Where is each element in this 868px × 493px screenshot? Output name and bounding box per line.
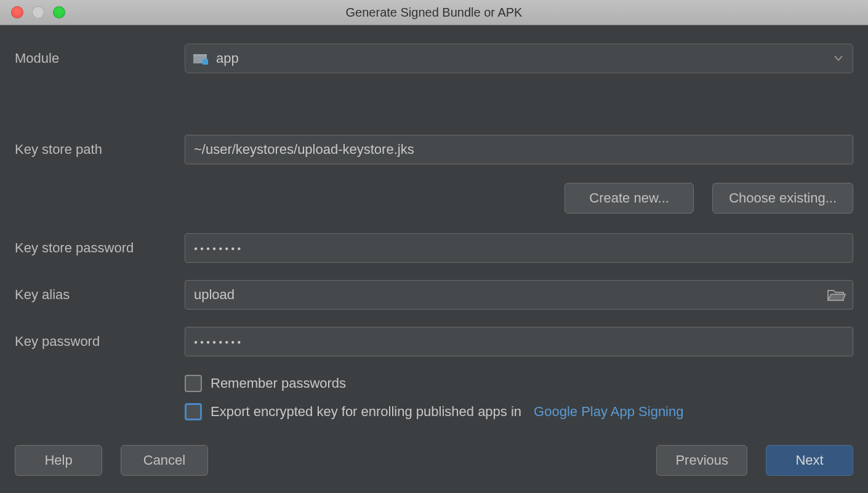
key-alias-label: Key alias bbox=[15, 287, 185, 303]
export-encrypted-label: Export encrypted key for enrolling publi… bbox=[211, 404, 521, 420]
next-button[interactable]: Next bbox=[766, 445, 853, 476]
svg-rect-1 bbox=[203, 59, 208, 65]
module-label: Module bbox=[15, 50, 185, 66]
key-alias-input[interactable] bbox=[185, 280, 853, 310]
previous-button[interactable]: Previous bbox=[656, 445, 747, 476]
export-encrypted-row: Export encrypted key for enrolling publi… bbox=[185, 403, 853, 420]
row-key-password: Key password ●●●●●●●● bbox=[15, 327, 853, 356]
maximize-window-button[interactable] bbox=[53, 6, 65, 18]
remember-passwords-row: Remember passwords bbox=[185, 375, 853, 392]
key-password-input[interactable]: ●●●●●●●● bbox=[185, 327, 853, 356]
module-select[interactable]: app bbox=[185, 44, 853, 73]
create-new-button[interactable]: Create new... bbox=[565, 183, 694, 214]
row-key-alias: Key alias bbox=[15, 280, 853, 310]
keystore-password-label: Key store password bbox=[15, 240, 185, 256]
minimize-window-button[interactable] bbox=[32, 6, 44, 18]
keystore-path-label: Key store path bbox=[15, 142, 185, 158]
svg-rect-0 bbox=[193, 54, 207, 56]
open-folder-icon[interactable] bbox=[827, 288, 846, 302]
row-keystore-buttons: Create new... Choose existing... bbox=[15, 183, 853, 214]
module-icon bbox=[193, 51, 210, 66]
keystore-path-input[interactable] bbox=[185, 135, 853, 164]
close-window-button[interactable] bbox=[11, 6, 23, 18]
choose-existing-button[interactable]: Choose existing... bbox=[712, 183, 853, 214]
window-title: Generate Signed Bundle or APK bbox=[0, 6, 868, 20]
row-keystore-path: Key store path bbox=[15, 135, 853, 164]
remember-passwords-label: Remember passwords bbox=[211, 375, 346, 391]
google-play-app-signing-link[interactable]: Google Play App Signing bbox=[534, 404, 683, 420]
export-encrypted-checkbox[interactable] bbox=[185, 403, 202, 420]
dialog-content: Module app Key store p bbox=[0, 25, 868, 433]
cancel-button[interactable]: Cancel bbox=[121, 445, 208, 476]
titlebar: Generate Signed Bundle or APK bbox=[0, 0, 868, 25]
module-value: app bbox=[216, 50, 239, 66]
remember-passwords-checkbox[interactable] bbox=[185, 375, 202, 392]
keystore-password-input[interactable]: ●●●●●●●● bbox=[185, 233, 853, 263]
row-module: Module app bbox=[15, 44, 853, 73]
key-password-label: Key password bbox=[15, 334, 185, 350]
window-controls bbox=[11, 6, 65, 18]
checkboxes: Remember passwords Export encrypted key … bbox=[185, 375, 853, 420]
row-keystore-password: Key store password ●●●●●●●● bbox=[15, 233, 853, 263]
help-button[interactable]: Help bbox=[15, 445, 102, 476]
dialog-footer: Help Cancel Previous Next bbox=[0, 433, 868, 493]
chevron-down-icon bbox=[834, 55, 843, 62]
